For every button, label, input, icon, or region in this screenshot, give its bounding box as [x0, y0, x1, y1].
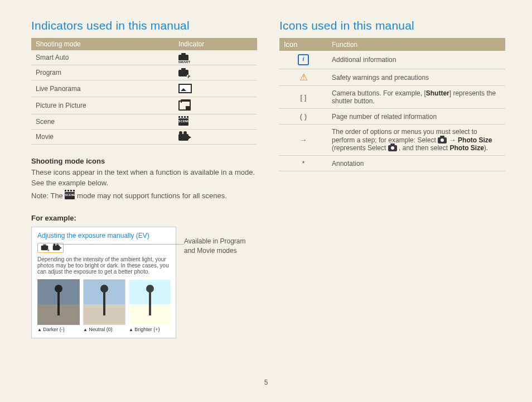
example-box: Adjusting the exposure manually (EV) P D…	[31, 227, 176, 338]
scene-icon: SCENE	[178, 118, 188, 126]
info-icon: i	[298, 54, 309, 65]
example-callout: Available in Program and Movie modes	[184, 227, 257, 256]
icons-table: Icon Function i Additional information ⚠…	[279, 38, 505, 171]
left-column: Indicators used in this manual Shooting …	[31, 19, 257, 338]
pip-icon	[178, 100, 191, 111]
example-desc: Depending on the intensity of the ambien…	[37, 256, 170, 275]
example-title: Adjusting the exposure manually (EV)	[37, 232, 170, 240]
page-number: 5	[0, 379, 532, 386]
paren-symbol: ( )	[279, 109, 327, 125]
table-row: Program P	[31, 65, 257, 80]
camera-icon	[438, 137, 447, 143]
shooting-mode-note: Note: The SCENE mode may not support fun…	[31, 191, 257, 202]
table-row: Movie	[31, 130, 257, 145]
shooting-mode-icons-heading: Shooting mode icons	[31, 157, 257, 165]
camera-icon	[388, 145, 397, 151]
movie-icon	[53, 246, 60, 250]
program-icon: P	[178, 70, 188, 76]
program-icon: P	[41, 246, 49, 250]
indicators-heading: Indicators used in this manual	[31, 19, 257, 32]
thumb-brighter: Brighter (+)	[129, 279, 170, 332]
table-row: → The order of options or menus you must…	[279, 125, 505, 156]
thumb-neutral: Neutral (0)	[83, 279, 124, 332]
col-icon: Icon	[279, 38, 327, 51]
star-symbol: *	[279, 156, 327, 171]
table-row: Live Panorama	[31, 80, 257, 97]
panorama-icon	[178, 84, 192, 93]
brackets-symbol: [ ]	[279, 86, 327, 109]
table-row: Picture in Picture	[31, 97, 257, 114]
right-column: Icons used in this manual Icon Function …	[279, 19, 505, 338]
shooting-mode-table: Shooting mode Indicator Smart Auto SMART…	[31, 38, 257, 145]
table-row: * Annotation	[279, 156, 505, 171]
table-row: Scene SCENE	[31, 114, 257, 130]
scene-icon: SCENE	[65, 192, 75, 199]
table-row: i Additional information	[279, 51, 505, 69]
shooting-mode-icons-desc: These icons appear in the text when a fu…	[31, 168, 257, 189]
table-row: Smart Auto SMART	[31, 50, 257, 65]
thumb-darker: Darker (-)	[37, 279, 79, 332]
arrow-symbol: →	[279, 125, 327, 156]
icons-heading: Icons used in this manual	[279, 19, 505, 32]
warning-icon: ⚠	[299, 72, 308, 83]
table-row: [ ] Camera buttons. For example, [Shutte…	[279, 86, 505, 109]
movie-icon	[178, 134, 188, 141]
smart-auto-icon: SMART	[178, 55, 188, 61]
for-example-heading: For example:	[31, 214, 257, 222]
table-row: ( ) Page number of related information	[279, 109, 505, 125]
col-shooting-mode: Shooting mode	[31, 38, 174, 50]
col-indicator: Indicator	[174, 38, 257, 50]
callout-connector	[56, 244, 184, 245]
table-row: ⚠ Safety warnings and precautions	[279, 69, 505, 86]
col-function: Function	[327, 38, 505, 51]
